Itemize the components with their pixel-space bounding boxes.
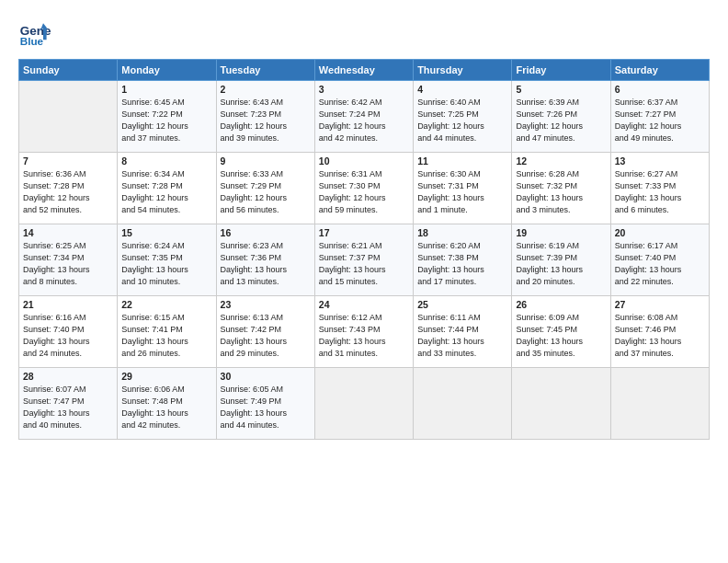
- day-info: Sunrise: 6:21 AM Sunset: 7:37 PM Dayligh…: [319, 240, 409, 288]
- day-info: Sunrise: 6:20 AM Sunset: 7:38 PM Dayligh…: [417, 240, 507, 288]
- calendar-cell: 16Sunrise: 6:23 AM Sunset: 7:36 PM Dayli…: [216, 224, 314, 296]
- day-number: 12: [516, 155, 606, 167]
- day-number: 6: [615, 84, 705, 95]
- day-info: Sunrise: 6:45 AM Sunset: 7:22 PM Dayligh…: [121, 97, 211, 144]
- day-info: Sunrise: 6:34 AM Sunset: 7:28 PM Dayligh…: [121, 168, 211, 216]
- day-number: 25: [417, 299, 507, 310]
- day-number: 22: [121, 299, 211, 310]
- calendar-cell: 19Sunrise: 6:19 AM Sunset: 7:39 PM Dayli…: [512, 224, 610, 296]
- calendar-week-row: 7Sunrise: 6:36 AM Sunset: 7:28 PM Daylig…: [19, 153, 710, 224]
- day-info: Sunrise: 6:31 AM Sunset: 7:30 PM Dayligh…: [319, 168, 409, 216]
- calendar-table: SundayMondayTuesdayWednesdayThursdayFrid…: [18, 59, 710, 440]
- day-number: 11: [417, 155, 507, 167]
- calendar-cell: 5Sunrise: 6:39 AM Sunset: 7:26 PM Daylig…: [512, 81, 610, 153]
- day-number: 3: [319, 84, 409, 95]
- day-number: 19: [516, 227, 606, 238]
- calendar-cell: 4Sunrise: 6:40 AM Sunset: 7:25 PM Daylig…: [414, 81, 512, 153]
- day-info: Sunrise: 6:09 AM Sunset: 7:45 PM Dayligh…: [516, 312, 606, 360]
- weekday-header: Sunday: [19, 60, 118, 81]
- weekday-header: Thursday: [414, 60, 512, 81]
- day-number: 7: [23, 155, 113, 167]
- calendar-cell: 13Sunrise: 6:27 AM Sunset: 7:33 PM Dayli…: [610, 153, 709, 224]
- calendar-cell: 29Sunrise: 6:06 AM Sunset: 7:48 PM Dayli…: [118, 368, 216, 440]
- calendar-cell: 26Sunrise: 6:09 AM Sunset: 7:45 PM Dayli…: [512, 296, 610, 368]
- day-info: Sunrise: 6:37 AM Sunset: 7:27 PM Dayligh…: [615, 97, 705, 144]
- calendar-week-row: 21Sunrise: 6:16 AM Sunset: 7:40 PM Dayli…: [19, 296, 710, 368]
- header: General Blue: [18, 17, 710, 50]
- day-number: 5: [516, 84, 606, 95]
- calendar-cell: [19, 81, 118, 153]
- calendar-page: General Blue SundayMondayTuesdayWednesda…: [0, 0, 728, 563]
- day-info: Sunrise: 6:40 AM Sunset: 7:25 PM Dayligh…: [417, 97, 507, 144]
- calendar-cell: 25Sunrise: 6:11 AM Sunset: 7:44 PM Dayli…: [414, 296, 512, 368]
- calendar-cell: [512, 368, 610, 440]
- day-info: Sunrise: 6:30 AM Sunset: 7:31 PM Dayligh…: [417, 168, 507, 216]
- day-info: Sunrise: 6:15 AM Sunset: 7:41 PM Dayligh…: [121, 312, 211, 360]
- calendar-cell: 20Sunrise: 6:17 AM Sunset: 7:40 PM Dayli…: [610, 224, 709, 296]
- calendar-cell: 14Sunrise: 6:25 AM Sunset: 7:34 PM Dayli…: [19, 224, 118, 296]
- day-info: Sunrise: 6:25 AM Sunset: 7:34 PM Dayligh…: [23, 240, 113, 288]
- day-info: Sunrise: 6:05 AM Sunset: 7:49 PM Dayligh…: [221, 384, 311, 431]
- logo: General Blue: [18, 17, 53, 50]
- day-number: 24: [319, 299, 409, 310]
- calendar-cell: 15Sunrise: 6:24 AM Sunset: 7:35 PM Dayli…: [118, 224, 216, 296]
- day-info: Sunrise: 6:39 AM Sunset: 7:26 PM Dayligh…: [516, 97, 606, 144]
- day-info: Sunrise: 6:23 AM Sunset: 7:36 PM Dayligh…: [221, 240, 311, 288]
- calendar-cell: [314, 368, 413, 440]
- calendar-cell: 1Sunrise: 6:45 AM Sunset: 7:22 PM Daylig…: [118, 81, 216, 153]
- calendar-cell: 18Sunrise: 6:20 AM Sunset: 7:38 PM Dayli…: [414, 224, 512, 296]
- calendar-cell: 12Sunrise: 6:28 AM Sunset: 7:32 PM Dayli…: [512, 153, 610, 224]
- day-info: Sunrise: 6:11 AM Sunset: 7:44 PM Dayligh…: [417, 312, 507, 360]
- calendar-cell: 27Sunrise: 6:08 AM Sunset: 7:46 PM Dayli…: [610, 296, 709, 368]
- day-info: Sunrise: 6:42 AM Sunset: 7:24 PM Dayligh…: [319, 97, 409, 144]
- day-info: Sunrise: 6:16 AM Sunset: 7:40 PM Dayligh…: [23, 312, 113, 360]
- calendar-cell: 30Sunrise: 6:05 AM Sunset: 7:49 PM Dayli…: [216, 368, 314, 440]
- day-number: 15: [121, 227, 211, 238]
- day-number: 14: [23, 227, 113, 238]
- day-info: Sunrise: 6:24 AM Sunset: 7:35 PM Dayligh…: [121, 240, 211, 288]
- weekday-header: Saturday: [610, 60, 709, 81]
- calendar-cell: 6Sunrise: 6:37 AM Sunset: 7:27 PM Daylig…: [610, 81, 709, 153]
- day-info: Sunrise: 6:43 AM Sunset: 7:23 PM Dayligh…: [221, 97, 311, 144]
- calendar-week-row: 28Sunrise: 6:07 AM Sunset: 7:47 PM Dayli…: [19, 368, 710, 440]
- day-number: 17: [319, 227, 409, 238]
- calendar-cell: 24Sunrise: 6:12 AM Sunset: 7:43 PM Dayli…: [314, 296, 413, 368]
- calendar-week-row: 1Sunrise: 6:45 AM Sunset: 7:22 PM Daylig…: [19, 81, 710, 153]
- day-number: 26: [516, 299, 606, 310]
- day-number: 16: [221, 227, 311, 238]
- logo-icon: General Blue: [18, 17, 51, 50]
- day-info: Sunrise: 6:13 AM Sunset: 7:42 PM Dayligh…: [221, 312, 311, 360]
- calendar-cell: 22Sunrise: 6:15 AM Sunset: 7:41 PM Dayli…: [118, 296, 216, 368]
- calendar-cell: 3Sunrise: 6:42 AM Sunset: 7:24 PM Daylig…: [314, 81, 413, 153]
- day-number: 1: [121, 84, 211, 95]
- day-number: 13: [615, 155, 705, 167]
- day-number: 21: [23, 299, 113, 310]
- weekday-header: Friday: [512, 60, 610, 81]
- day-info: Sunrise: 6:28 AM Sunset: 7:32 PM Dayligh…: [516, 168, 606, 216]
- calendar-cell: 9Sunrise: 6:33 AM Sunset: 7:29 PM Daylig…: [216, 153, 314, 224]
- weekday-header: Wednesday: [314, 60, 413, 81]
- weekday-header: Tuesday: [216, 60, 314, 81]
- calendar-cell: 10Sunrise: 6:31 AM Sunset: 7:30 PM Dayli…: [314, 153, 413, 224]
- calendar-week-row: 14Sunrise: 6:25 AM Sunset: 7:34 PM Dayli…: [19, 224, 710, 296]
- day-number: 8: [121, 155, 211, 167]
- day-info: Sunrise: 6:27 AM Sunset: 7:33 PM Dayligh…: [615, 168, 705, 216]
- svg-text:Blue: Blue: [20, 35, 44, 47]
- calendar-cell: [414, 368, 512, 440]
- weekday-header: Monday: [118, 60, 216, 81]
- day-info: Sunrise: 6:12 AM Sunset: 7:43 PM Dayligh…: [319, 312, 409, 360]
- day-number: 18: [417, 227, 507, 238]
- calendar-cell: 21Sunrise: 6:16 AM Sunset: 7:40 PM Dayli…: [19, 296, 118, 368]
- calendar-cell: 28Sunrise: 6:07 AM Sunset: 7:47 PM Dayli…: [19, 368, 118, 440]
- day-number: 29: [121, 371, 211, 382]
- day-number: 9: [221, 155, 311, 167]
- day-number: 23: [221, 299, 311, 310]
- day-info: Sunrise: 6:06 AM Sunset: 7:48 PM Dayligh…: [121, 384, 211, 431]
- day-info: Sunrise: 6:33 AM Sunset: 7:29 PM Dayligh…: [221, 168, 311, 216]
- day-number: 20: [615, 227, 705, 238]
- day-number: 10: [319, 155, 409, 167]
- calendar-cell: 23Sunrise: 6:13 AM Sunset: 7:42 PM Dayli…: [216, 296, 314, 368]
- calendar-header-row: SundayMondayTuesdayWednesdayThursdayFrid…: [19, 60, 710, 81]
- calendar-cell: 8Sunrise: 6:34 AM Sunset: 7:28 PM Daylig…: [118, 153, 216, 224]
- day-number: 30: [221, 371, 311, 382]
